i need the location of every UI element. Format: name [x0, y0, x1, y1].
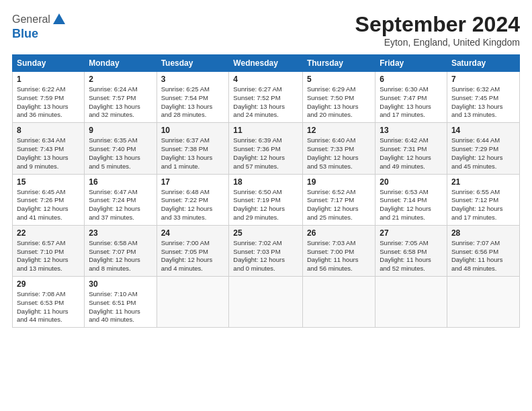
logo: General Blue — [12, 12, 66, 41]
calendar-day-cell: 22Sunrise: 6:57 AMSunset: 7:10 PMDayligh… — [13, 225, 85, 276]
day-number: 11 — [233, 126, 298, 135]
day-info: Sunrise: 6:35 AMSunset: 7:40 PMDaylight:… — [89, 136, 152, 171]
calendar-day-cell: 11Sunrise: 6:39 AMSunset: 7:36 PMDayligh… — [229, 123, 303, 174]
day-info: Sunrise: 6:25 AMSunset: 7:54 PMDaylight:… — [161, 85, 225, 120]
day-info: Sunrise: 6:27 AMSunset: 7:52 PMDaylight:… — [233, 85, 298, 120]
day-info: Sunrise: 6:32 AMSunset: 7:45 PMDaylight:… — [451, 85, 515, 120]
day-number: 13 — [380, 126, 443, 135]
day-number: 1 — [17, 75, 80, 84]
day-number: 28 — [451, 228, 515, 238]
svg-marker-0 — [53, 13, 65, 24]
day-number: 9 — [89, 126, 152, 135]
calendar-day-cell: 8Sunrise: 6:34 AMSunset: 7:43 PMDaylight… — [13, 123, 85, 174]
day-number: 3 — [161, 75, 225, 84]
calendar-day-cell: 23Sunrise: 6:58 AMSunset: 7:07 PMDayligh… — [85, 225, 157, 276]
day-number: 27 — [380, 228, 443, 238]
day-number: 12 — [307, 126, 371, 135]
calendar-day-cell: 26Sunrise: 7:03 AMSunset: 7:00 PMDayligh… — [302, 225, 375, 276]
day-info: Sunrise: 6:48 AMSunset: 7:22 PMDaylight:… — [161, 188, 225, 222]
day-info: Sunrise: 6:29 AMSunset: 7:50 PMDaylight:… — [307, 85, 371, 120]
day-number: 22 — [17, 228, 80, 238]
calendar-day-cell: 15Sunrise: 6:45 AMSunset: 7:26 PMDayligh… — [13, 174, 85, 225]
day-info: Sunrise: 7:00 AMSunset: 7:05 PMDaylight:… — [161, 239, 225, 273]
day-info: Sunrise: 6:50 AMSunset: 7:19 PMDaylight:… — [233, 188, 298, 222]
calendar-day-cell: 27Sunrise: 7:05 AMSunset: 6:58 PMDayligh… — [375, 225, 447, 276]
day-number: 30 — [89, 279, 152, 289]
day-info: Sunrise: 6:47 AMSunset: 7:24 PMDaylight:… — [89, 188, 152, 222]
day-number: 7 — [451, 75, 515, 84]
day-number: 21 — [451, 177, 515, 187]
day-info: Sunrise: 6:57 AMSunset: 7:10 PMDaylight:… — [17, 239, 80, 273]
day-info: Sunrise: 7:05 AMSunset: 6:58 PMDaylight:… — [380, 239, 443, 273]
calendar-day-cell: 29Sunrise: 7:08 AMSunset: 6:53 PMDayligh… — [13, 277, 85, 328]
weekday-header: Monday — [85, 55, 157, 72]
page: General Blue September 2024 Eyton, Engla… — [0, 0, 532, 411]
title-block: September 2024 Eyton, England, United Ki… — [355, 12, 520, 48]
logo-icon — [52, 12, 66, 27]
day-number: 26 — [307, 228, 371, 238]
weekday-header: Friday — [375, 55, 447, 72]
day-number: 5 — [307, 75, 371, 84]
calendar-week-row: 22Sunrise: 6:57 AMSunset: 7:10 PMDayligh… — [13, 225, 520, 276]
calendar-day-cell: 24Sunrise: 7:00 AMSunset: 7:05 PMDayligh… — [157, 225, 229, 276]
calendar-day-cell: 13Sunrise: 6:42 AMSunset: 7:31 PMDayligh… — [375, 123, 447, 174]
calendar-day-cell: 21Sunrise: 6:55 AMSunset: 7:12 PMDayligh… — [447, 174, 519, 225]
day-number: 14 — [451, 126, 515, 135]
day-number: 19 — [307, 177, 371, 187]
day-number: 17 — [161, 177, 225, 187]
day-info: Sunrise: 6:30 AMSunset: 7:47 PMDaylight:… — [380, 85, 443, 120]
month-title: September 2024 — [355, 12, 520, 37]
logo-blue-text: Blue — [12, 27, 66, 41]
day-info: Sunrise: 6:55 AMSunset: 7:12 PMDaylight:… — [451, 188, 515, 222]
calendar-day-cell — [157, 277, 229, 328]
calendar-week-row: 29Sunrise: 7:08 AMSunset: 6:53 PMDayligh… — [13, 277, 520, 328]
day-info: Sunrise: 6:45 AMSunset: 7:26 PMDaylight:… — [17, 188, 80, 222]
calendar-table: SundayMondayTuesdayWednesdayThursdayFrid… — [12, 54, 520, 328]
day-number: 16 — [89, 177, 152, 187]
weekday-header: Thursday — [302, 55, 375, 72]
calendar-day-cell: 9Sunrise: 6:35 AMSunset: 7:40 PMDaylight… — [85, 123, 157, 174]
calendar-day-cell: 1Sunrise: 6:22 AMSunset: 7:59 PMDaylight… — [13, 72, 85, 123]
day-number: 10 — [161, 126, 225, 135]
weekday-header: Saturday — [447, 55, 519, 72]
day-info: Sunrise: 6:44 AMSunset: 7:29 PMDaylight:… — [451, 136, 515, 171]
day-info: Sunrise: 6:39 AMSunset: 7:36 PMDaylight:… — [233, 136, 298, 171]
day-info: Sunrise: 6:34 AMSunset: 7:43 PMDaylight:… — [17, 136, 80, 171]
weekday-header: Wednesday — [229, 55, 303, 72]
day-info: Sunrise: 6:42 AMSunset: 7:31 PMDaylight:… — [380, 136, 443, 171]
calendar-day-cell: 30Sunrise: 7:10 AMSunset: 6:51 PMDayligh… — [85, 277, 157, 328]
calendar-day-cell: 16Sunrise: 6:47 AMSunset: 7:24 PMDayligh… — [85, 174, 157, 225]
calendar-week-row: 15Sunrise: 6:45 AMSunset: 7:26 PMDayligh… — [13, 174, 520, 225]
header: General Blue September 2024 Eyton, Engla… — [12, 12, 520, 48]
day-info: Sunrise: 6:40 AMSunset: 7:33 PMDaylight:… — [307, 136, 371, 171]
day-info: Sunrise: 6:22 AMSunset: 7:59 PMDaylight:… — [17, 85, 80, 120]
calendar-week-row: 1Sunrise: 6:22 AMSunset: 7:59 PMDaylight… — [13, 72, 520, 123]
calendar-day-cell — [302, 277, 375, 328]
calendar-day-cell: 18Sunrise: 6:50 AMSunset: 7:19 PMDayligh… — [229, 174, 303, 225]
day-info: Sunrise: 6:53 AMSunset: 7:14 PMDaylight:… — [380, 188, 443, 222]
calendar-day-cell: 3Sunrise: 6:25 AMSunset: 7:54 PMDaylight… — [157, 72, 229, 123]
weekday-header-row: SundayMondayTuesdayWednesdayThursdayFrid… — [13, 55, 520, 72]
day-info: Sunrise: 6:24 AMSunset: 7:57 PMDaylight:… — [89, 85, 152, 120]
day-number: 15 — [17, 177, 80, 187]
day-number: 24 — [161, 228, 225, 238]
day-info: Sunrise: 7:03 AMSunset: 7:00 PMDaylight:… — [307, 239, 371, 273]
day-info: Sunrise: 7:07 AMSunset: 6:56 PMDaylight:… — [451, 239, 515, 273]
location: Eyton, England, United Kingdom — [355, 37, 520, 48]
day-info: Sunrise: 7:02 AMSunset: 7:03 PMDaylight:… — [233, 239, 298, 273]
day-info: Sunrise: 6:37 AMSunset: 7:38 PMDaylight:… — [161, 136, 225, 171]
calendar-day-cell: 10Sunrise: 6:37 AMSunset: 7:38 PMDayligh… — [157, 123, 229, 174]
calendar-week-row: 8Sunrise: 6:34 AMSunset: 7:43 PMDaylight… — [13, 123, 520, 174]
calendar-day-cell: 20Sunrise: 6:53 AMSunset: 7:14 PMDayligh… — [375, 174, 447, 225]
day-number: 8 — [17, 126, 80, 135]
day-number: 2 — [89, 75, 152, 84]
weekday-header: Sunday — [13, 55, 85, 72]
calendar-day-cell — [375, 277, 447, 328]
day-number: 20 — [380, 177, 443, 187]
day-number: 4 — [233, 75, 298, 84]
calendar-day-cell: 7Sunrise: 6:32 AMSunset: 7:45 PMDaylight… — [447, 72, 519, 123]
calendar-day-cell — [447, 277, 519, 328]
day-info: Sunrise: 6:52 AMSunset: 7:17 PMDaylight:… — [307, 188, 371, 222]
calendar-day-cell: 5Sunrise: 6:29 AMSunset: 7:50 PMDaylight… — [302, 72, 375, 123]
calendar-day-cell: 12Sunrise: 6:40 AMSunset: 7:33 PMDayligh… — [302, 123, 375, 174]
